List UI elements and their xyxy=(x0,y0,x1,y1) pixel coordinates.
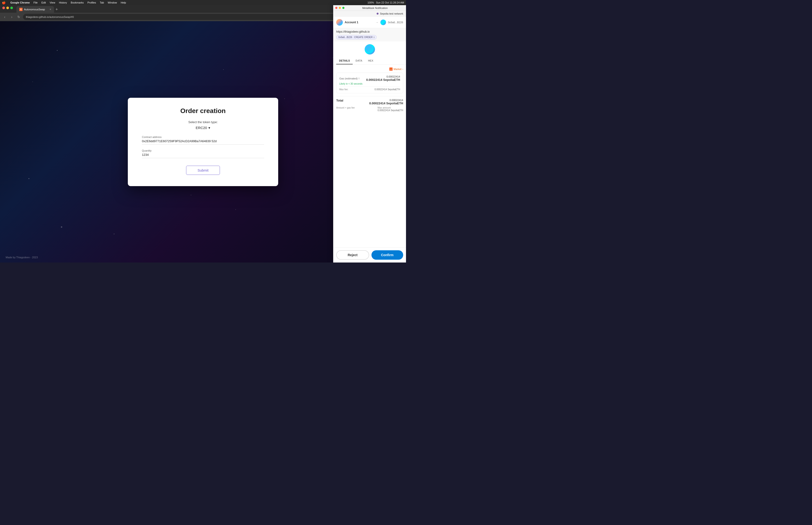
mm-market-row: 🦊 Market › xyxy=(336,68,403,71)
menubar-edit[interactable]: Edit xyxy=(41,1,46,4)
mm-max-amount-label: Max amount: xyxy=(378,106,403,109)
mm-body: 🦊 Market › Gas (estimated) ℹ 0.00022414 … xyxy=(333,65,406,247)
mm-address-avatar xyxy=(380,19,386,25)
mm-likely-text: Likely in < 30 seconds xyxy=(339,82,400,85)
mm-market-icon: 🦊 xyxy=(389,68,393,71)
mm-logo xyxy=(365,44,375,55)
mm-gas-value-eth: 0.00022414 SepoliaETH xyxy=(366,78,400,81)
mm-tab-data[interactable]: DATA xyxy=(353,57,365,64)
mm-gas-header: Gas (estimated) ℹ 0.00022414 0.00022414 … xyxy=(339,75,400,81)
mm-network-name: Sepolia test network xyxy=(380,12,403,15)
mm-gas-label-text: Gas (estimated) xyxy=(339,77,357,80)
mm-maximize-button[interactable] xyxy=(342,7,344,9)
new-tab-button[interactable]: + xyxy=(56,6,58,13)
menubar-view[interactable]: View xyxy=(49,1,55,4)
battery-status: 100% xyxy=(367,1,374,4)
menubar-tab[interactable]: Tab xyxy=(100,1,104,4)
contract-address-label: Contract address xyxy=(142,136,264,138)
mm-account-name: Account 1 xyxy=(345,21,373,24)
submit-button-container: Submit xyxy=(142,166,264,175)
apple-menu[interactable]: 🍎 xyxy=(2,1,6,4)
token-type-label: Select the token type: xyxy=(188,120,218,124)
mm-max-amount-value: 0.00022414 SepoliaETH xyxy=(378,109,403,111)
maximize-window-button[interactable] xyxy=(10,6,13,9)
mm-amount-gas-label: Amount + gas fee xyxy=(336,106,355,111)
menubar-file[interactable]: File xyxy=(34,1,38,4)
mm-arrow-icon: → xyxy=(375,20,379,24)
modal-title: Order creation xyxy=(142,107,264,115)
token-type-value: ERC20 xyxy=(196,126,207,130)
tab-close-button[interactable]: × xyxy=(49,8,51,11)
menubar-chrome[interactable]: Google Chrome xyxy=(10,1,30,4)
mm-gas-value-small: 0.00022414 xyxy=(366,75,400,78)
minimize-window-button[interactable] xyxy=(6,6,9,9)
quantity-field: Quantity 1234 xyxy=(142,149,264,158)
contract-address-field: Contract address 0x2E6dd9771E607259F9F52… xyxy=(142,136,264,145)
menubar-profiles[interactable]: Profiles xyxy=(88,1,96,4)
mm-tab-hex[interactable]: HEX xyxy=(365,57,376,64)
dropdown-icon: ▾ xyxy=(209,126,210,130)
mm-total-row: Total 0.00022414 0.00022414 SepoliaETH xyxy=(336,99,403,105)
mm-total-value-small: 0.00022414 xyxy=(369,99,403,102)
mm-title: MetaMask Notification xyxy=(362,6,388,10)
mm-total-value-eth: 0.00022414 SepoliaETH xyxy=(369,102,403,105)
metamask-panel: MetaMask Notification Sepolia test netwo… xyxy=(333,5,406,262)
mm-confirm-button[interactable]: Confirm xyxy=(371,250,403,260)
mm-gas-info-icon[interactable]: ℹ xyxy=(358,77,359,80)
menubar-help[interactable]: Help xyxy=(121,1,126,4)
mm-market-chevron: › xyxy=(402,68,403,71)
mm-tabs: DETAILS DATA HEX xyxy=(333,57,406,65)
menubar-right: 100% Sun 22 Oct 11:26:24 AM xyxy=(367,1,404,4)
token-type-select[interactable]: ERC20 ▾ xyxy=(196,126,210,130)
back-button[interactable]: ‹ xyxy=(2,14,7,20)
close-window-button[interactable] xyxy=(2,6,5,9)
mm-gas-section: Gas (estimated) ℹ 0.00022414 0.00022414 … xyxy=(336,73,403,93)
mm-minimize-button[interactable] xyxy=(339,7,341,9)
mm-reject-button[interactable]: Reject xyxy=(336,250,369,260)
menubar-history[interactable]: History xyxy=(59,1,67,4)
mm-account-avatar xyxy=(336,19,343,26)
tab-title: AutonomousSwap xyxy=(24,8,48,11)
mm-origin-section: https://thiagodeev.github.io 0x9a6...B22… xyxy=(333,28,406,41)
menubar-window[interactable]: Window xyxy=(108,1,117,4)
mm-address-text: 0x9a6...B226 xyxy=(388,21,403,24)
mm-titlebar: MetaMask Notification xyxy=(333,5,406,11)
address-input[interactable] xyxy=(23,14,384,20)
mm-close-button[interactable] xyxy=(335,7,337,9)
mm-contract-badge-text: 0x9a6...B226 : CREATE ORDER xyxy=(338,36,373,39)
refresh-button[interactable]: ↻ xyxy=(16,14,21,20)
token-type-row: Select the token type: ERC20 ▾ xyxy=(142,120,264,130)
mm-max-fee-value: 0.00022414 SepoliaETH xyxy=(374,88,400,91)
active-tab[interactable]: A AutonomousSwap × xyxy=(16,6,54,13)
menubar-bookmarks[interactable]: Bookmarks xyxy=(71,1,83,4)
quantity-label: Quantity xyxy=(142,149,264,152)
mm-max-fee-row: Max fee: 0.00022414 SepoliaETH xyxy=(339,87,400,91)
mm-footer-buttons: Reject Confirm xyxy=(333,247,406,262)
forward-button[interactable]: › xyxy=(9,14,15,20)
mm-logo-inner xyxy=(366,46,373,53)
mm-network-dot xyxy=(377,13,379,15)
mm-total-section: Total 0.00022414 0.00022414 SepoliaETH A… xyxy=(336,96,403,114)
submit-button[interactable]: Submit xyxy=(186,166,220,175)
mm-gas-label: Gas (estimated) ℹ xyxy=(339,77,359,80)
mm-account-row: Account 1 → 0x9a6...B226 xyxy=(333,17,406,28)
mm-max-fee-label: Max fee: xyxy=(339,88,348,91)
clock: Sun 22 Oct 11:26:24 AM xyxy=(376,1,404,4)
quantity-value[interactable]: 1234 xyxy=(142,153,264,158)
menubar: 🍎 Google Chrome File Edit View History B… xyxy=(0,0,406,5)
mm-tab-details[interactable]: DETAILS xyxy=(336,57,353,64)
tab-favicon: A xyxy=(19,8,22,11)
contract-address-value[interactable]: 0x2E6dd9771E607259F9F52AcD2A99Ba7A64839 … xyxy=(142,139,264,145)
mm-contract-info-icon[interactable]: ℹ xyxy=(373,36,374,39)
mm-contract-badge[interactable]: 0x9a6...B226 : CREATE ORDER ℹ xyxy=(336,35,377,40)
order-creation-modal: Order creation Select the token type: ER… xyxy=(128,98,278,186)
mm-market-text[interactable]: Market xyxy=(394,68,401,71)
mm-logo-area xyxy=(333,41,406,57)
mm-origin-url: https://thiagodeev.github.io xyxy=(336,30,403,33)
mm-total-label: Total xyxy=(336,99,343,102)
mm-amount-gas-row: Amount + gas fee Max amount: 0.00022414 … xyxy=(336,106,403,111)
traffic-lights xyxy=(2,6,13,9)
page-footer: Made by Thiagodeev - 2023 xyxy=(6,256,38,259)
mm-network-bar: Sepolia test network xyxy=(333,11,406,17)
